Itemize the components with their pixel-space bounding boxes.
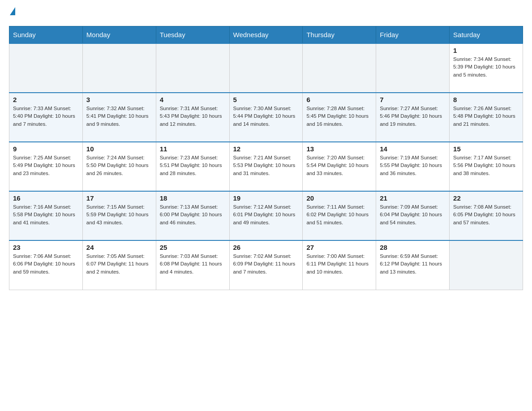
calendar-week-row: 2Sunrise: 7:33 AM Sunset: 5:40 PM Daylig… <box>9 93 523 142</box>
day-number: 16 <box>13 194 79 202</box>
logo-triangle-icon <box>10 7 15 15</box>
day-info: Sunrise: 7:05 AM Sunset: 6:07 PM Dayligh… <box>86 253 152 276</box>
calendar-cell: 24Sunrise: 7:05 AM Sunset: 6:07 PM Dayli… <box>82 240 156 290</box>
calendar-cell: 21Sunrise: 7:09 AM Sunset: 6:04 PM Dayli… <box>376 191 450 240</box>
calendar-cell: 25Sunrise: 7:03 AM Sunset: 6:08 PM Dayli… <box>156 240 229 290</box>
day-info: Sunrise: 7:24 AM Sunset: 5:50 PM Dayligh… <box>86 154 152 177</box>
calendar-cell <box>82 43 156 93</box>
day-number: 7 <box>380 96 446 103</box>
calendar-cell: 8Sunrise: 7:26 AM Sunset: 5:48 PM Daylig… <box>450 93 523 142</box>
calendar-cell: 16Sunrise: 7:16 AM Sunset: 5:58 PM Dayli… <box>9 191 83 240</box>
calendar-cell: 9Sunrise: 7:25 AM Sunset: 5:49 PM Daylig… <box>9 142 83 191</box>
day-number: 22 <box>453 194 519 202</box>
day-info: Sunrise: 7:00 AM Sunset: 6:11 PM Dayligh… <box>306 253 372 276</box>
calendar-cell: 17Sunrise: 7:15 AM Sunset: 5:59 PM Dayli… <box>82 191 156 240</box>
calendar-header-wednesday: Wednesday <box>229 26 303 44</box>
day-info: Sunrise: 7:34 AM Sunset: 5:39 PM Dayligh… <box>453 56 519 79</box>
day-info: Sunrise: 7:06 AM Sunset: 6:06 PM Dayligh… <box>13 253 79 276</box>
day-number: 28 <box>380 244 446 251</box>
day-info: Sunrise: 7:20 AM Sunset: 5:54 PM Dayligh… <box>306 154 372 177</box>
day-number: 2 <box>13 96 79 103</box>
calendar-cell: 7Sunrise: 7:27 AM Sunset: 5:46 PM Daylig… <box>376 93 450 142</box>
day-info: Sunrise: 7:17 AM Sunset: 5:56 PM Dayligh… <box>453 154 519 177</box>
day-info: Sunrise: 7:03 AM Sunset: 6:08 PM Dayligh… <box>160 253 226 276</box>
day-number: 9 <box>13 145 79 153</box>
day-number: 5 <box>233 96 299 103</box>
calendar-header-sunday: Sunday <box>9 26 83 44</box>
day-number: 20 <box>306 194 372 202</box>
day-info: Sunrise: 7:12 AM Sunset: 6:01 PM Dayligh… <box>233 203 299 227</box>
calendar-cell <box>303 43 376 93</box>
calendar-week-row: 1Sunrise: 7:34 AM Sunset: 5:39 PM Daylig… <box>9 43 523 93</box>
calendar-cell: 4Sunrise: 7:31 AM Sunset: 5:43 PM Daylig… <box>156 93 229 142</box>
day-info: Sunrise: 7:13 AM Sunset: 6:00 PM Dayligh… <box>160 203 226 227</box>
calendar-cell: 18Sunrise: 7:13 AM Sunset: 6:00 PM Dayli… <box>156 191 229 240</box>
calendar-cell: 14Sunrise: 7:19 AM Sunset: 5:55 PM Dayli… <box>376 142 450 191</box>
day-number: 1 <box>453 47 519 54</box>
calendar-cell: 20Sunrise: 7:11 AM Sunset: 6:02 PM Dayli… <box>303 191 376 240</box>
calendar-cell: 23Sunrise: 7:06 AM Sunset: 6:06 PM Dayli… <box>9 240 83 290</box>
day-info: Sunrise: 7:31 AM Sunset: 5:43 PM Dayligh… <box>160 105 226 128</box>
calendar-table: SundayMondayTuesdayWednesdayThursdayFrid… <box>9 26 523 290</box>
day-info: Sunrise: 7:15 AM Sunset: 5:59 PM Dayligh… <box>86 203 152 227</box>
calendar-cell <box>156 43 229 93</box>
day-number: 21 <box>380 194 446 202</box>
calendar-cell: 6Sunrise: 7:28 AM Sunset: 5:45 PM Daylig… <box>303 93 376 142</box>
day-number: 17 <box>86 194 152 202</box>
calendar-cell <box>229 43 303 93</box>
calendar-week-row: 16Sunrise: 7:16 AM Sunset: 5:58 PM Dayli… <box>9 191 523 240</box>
day-number: 8 <box>453 96 519 103</box>
day-number: 23 <box>13 244 79 251</box>
day-info: Sunrise: 7:08 AM Sunset: 6:05 PM Dayligh… <box>453 203 519 227</box>
calendar-header-thursday: Thursday <box>303 26 376 44</box>
day-number: 6 <box>306 96 372 103</box>
calendar-cell: 12Sunrise: 7:21 AM Sunset: 5:53 PM Dayli… <box>229 142 303 191</box>
logo <box>9 9 15 17</box>
calendar-cell: 19Sunrise: 7:12 AM Sunset: 6:01 PM Dayli… <box>229 191 303 240</box>
calendar-cell: 27Sunrise: 7:00 AM Sunset: 6:11 PM Dayli… <box>303 240 376 290</box>
day-number: 15 <box>453 145 519 153</box>
day-number: 24 <box>86 244 152 251</box>
day-number: 4 <box>160 96 226 103</box>
day-number: 11 <box>160 145 226 153</box>
calendar-cell: 13Sunrise: 7:20 AM Sunset: 5:54 PM Dayli… <box>303 142 376 191</box>
calendar-header-row: SundayMondayTuesdayWednesdayThursdayFrid… <box>9 26 523 44</box>
day-info: Sunrise: 7:02 AM Sunset: 6:09 PM Dayligh… <box>233 253 299 276</box>
day-info: Sunrise: 7:30 AM Sunset: 5:44 PM Dayligh… <box>233 105 299 128</box>
day-info: Sunrise: 7:11 AM Sunset: 6:02 PM Dayligh… <box>306 203 372 227</box>
calendar-cell: 26Sunrise: 7:02 AM Sunset: 6:09 PM Dayli… <box>229 240 303 290</box>
day-info: Sunrise: 7:09 AM Sunset: 6:04 PM Dayligh… <box>380 203 446 227</box>
calendar-header-saturday: Saturday <box>450 26 523 44</box>
day-number: 12 <box>233 145 299 153</box>
day-info: Sunrise: 6:59 AM Sunset: 6:12 PM Dayligh… <box>380 253 446 276</box>
day-info: Sunrise: 7:28 AM Sunset: 5:45 PM Dayligh… <box>306 105 372 128</box>
day-number: 14 <box>380 145 446 153</box>
calendar-header-monday: Monday <box>82 26 156 44</box>
day-info: Sunrise: 7:16 AM Sunset: 5:58 PM Dayligh… <box>13 203 79 227</box>
calendar-cell <box>376 43 450 93</box>
calendar-cell: 28Sunrise: 6:59 AM Sunset: 6:12 PM Dayli… <box>376 240 450 290</box>
day-info: Sunrise: 7:19 AM Sunset: 5:55 PM Dayligh… <box>380 154 446 177</box>
day-number: 10 <box>86 145 152 153</box>
calendar-header-tuesday: Tuesday <box>156 26 229 44</box>
calendar-cell: 22Sunrise: 7:08 AM Sunset: 6:05 PM Dayli… <box>450 191 523 240</box>
calendar-cell: 5Sunrise: 7:30 AM Sunset: 5:44 PM Daylig… <box>229 93 303 142</box>
calendar-week-row: 23Sunrise: 7:06 AM Sunset: 6:06 PM Dayli… <box>9 240 523 290</box>
day-info: Sunrise: 7:26 AM Sunset: 5:48 PM Dayligh… <box>453 105 519 128</box>
day-info: Sunrise: 7:33 AM Sunset: 5:40 PM Dayligh… <box>13 105 79 128</box>
day-number: 13 <box>306 145 372 153</box>
calendar-cell <box>450 240 523 290</box>
calendar-cell: 2Sunrise: 7:33 AM Sunset: 5:40 PM Daylig… <box>9 93 83 142</box>
calendar-cell: 15Sunrise: 7:17 AM Sunset: 5:56 PM Dayli… <box>450 142 523 191</box>
calendar-cell: 1Sunrise: 7:34 AM Sunset: 5:39 PM Daylig… <box>450 43 523 93</box>
day-info: Sunrise: 7:27 AM Sunset: 5:46 PM Dayligh… <box>380 105 446 128</box>
day-number: 25 <box>160 244 226 251</box>
day-info: Sunrise: 7:32 AM Sunset: 5:41 PM Dayligh… <box>86 105 152 128</box>
calendar-week-row: 9Sunrise: 7:25 AM Sunset: 5:49 PM Daylig… <box>9 142 523 191</box>
day-number: 26 <box>233 244 299 251</box>
day-info: Sunrise: 7:23 AM Sunset: 5:51 PM Dayligh… <box>160 154 226 177</box>
day-info: Sunrise: 7:21 AM Sunset: 5:53 PM Dayligh… <box>233 154 299 177</box>
calendar-cell: 3Sunrise: 7:32 AM Sunset: 5:41 PM Daylig… <box>82 93 156 142</box>
day-number: 19 <box>233 194 299 202</box>
calendar-cell <box>9 43 83 93</box>
